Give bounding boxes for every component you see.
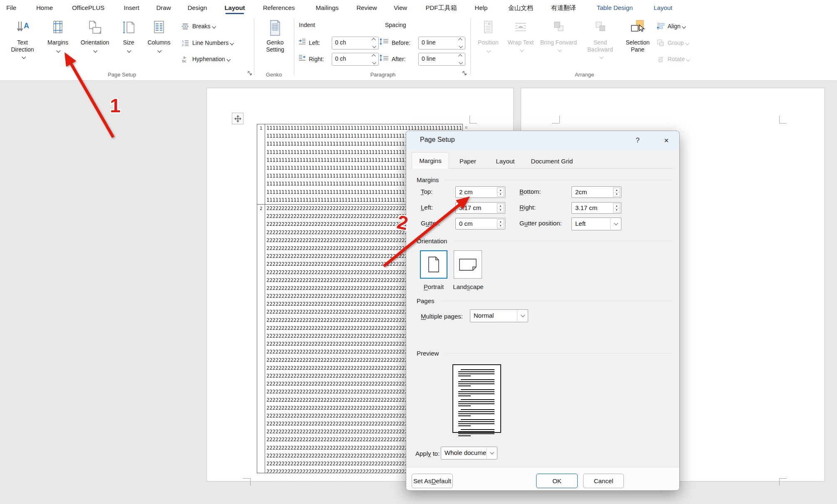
menu-tab-layout[interactable]: Layout: [224, 0, 245, 16]
spacing-after-spinner[interactable]: [458, 54, 463, 64]
landscape-button[interactable]: [454, 250, 482, 279]
bottom-margin-input[interactable]: 2cm ▲▼: [571, 186, 621, 198]
preview-line: [461, 369, 494, 370]
preview-line: [461, 379, 494, 380]
genko-setting-button[interactable]: Genko Setting: [259, 17, 291, 64]
close-icon[interactable]: ×: [660, 134, 673, 147]
gutter-input[interactable]: 0 cm ▲▼: [455, 218, 505, 230]
hyphenation-button[interactable]: a- bc Hyphenation: [181, 54, 230, 64]
spacing-before-input[interactable]: 0 line: [418, 37, 465, 49]
portrait-button[interactable]: [420, 250, 447, 279]
hyphenation-icon: a- bc: [181, 55, 189, 66]
menu-tab-view[interactable]: View: [394, 0, 407, 16]
tab-margins[interactable]: Margins: [412, 152, 449, 169]
line-numbers-button[interactable]: 1 2 Line Numbers: [181, 37, 233, 48]
indent-left-input[interactable]: 0 ch: [332, 37, 379, 49]
menu-tab-table-design[interactable]: Table Design: [597, 0, 633, 16]
align-button[interactable]: Align: [657, 21, 685, 32]
spin-down-icon: ▼: [497, 193, 504, 197]
tab-layout[interactable]: Layout: [487, 153, 524, 168]
margin-crop-mark: [779, 478, 787, 479]
top-margin-input[interactable]: 2 cm ▲▼: [455, 186, 505, 198]
margins-button[interactable]: Margins: [42, 17, 74, 64]
preview-line: [458, 435, 471, 436]
spacing-after-label: After:: [392, 56, 405, 62]
spacing-before-icon: [379, 37, 389, 47]
indent-left-label: Left:: [309, 40, 320, 46]
menu-tab-review[interactable]: Review: [356, 0, 377, 16]
preview-line: [461, 399, 494, 400]
help-icon[interactable]: ?: [631, 134, 644, 147]
spacing-before-spinner[interactable]: [458, 38, 463, 48]
indent-right-input[interactable]: 0 ch: [332, 53, 379, 66]
send-backward-button: Send Backward: [580, 17, 620, 64]
genko-group-label: Genko: [258, 72, 290, 78]
top-margin-spinner[interactable]: ▲▼: [497, 188, 504, 197]
spin-down-icon: ▼: [613, 193, 620, 197]
apply-to-label: Apply to:: [415, 450, 440, 457]
wrap-text-button: Wrap Text: [504, 17, 537, 64]
preview-line: [458, 433, 494, 434]
apply-to-dropdown[interactable]: Whole document: [441, 447, 497, 460]
cancel-button[interactable]: Cancel: [583, 474, 624, 488]
menu-tab-file[interactable]: File: [6, 0, 16, 16]
chevron-down-icon: [610, 218, 621, 230]
left-margin-input[interactable]: 3.17 cm ▲▼: [455, 202, 505, 214]
paragraph-dialog-launcher[interactable]: [462, 71, 468, 77]
spin-up-icon: ▲: [497, 188, 504, 193]
size-button[interactable]: Size: [117, 17, 140, 64]
menu-tab-design[interactable]: Design: [188, 0, 207, 16]
svg-text:1: 1: [182, 40, 184, 43]
menu-tab-officeplus[interactable]: OfficePLUS: [72, 0, 104, 16]
text-direction-button[interactable]: A Text Direction: [6, 17, 39, 64]
right-margin-spinner[interactable]: ▲▼: [613, 203, 620, 212]
chevron-down-icon: [517, 310, 527, 321]
table-move-handle[interactable]: [232, 113, 243, 124]
tab-paper[interactable]: Paper: [449, 153, 487, 168]
preview-line: [458, 376, 471, 376]
indent-left-spinner[interactable]: [372, 38, 376, 48]
tab-document-grid[interactable]: Document Grid: [524, 153, 580, 168]
preview-paragraph: [458, 399, 494, 406]
menu-tab-draw[interactable]: Draw: [156, 0, 171, 16]
spin-up-icon: ▲: [613, 204, 620, 208]
margin-crop-mark: [779, 123, 787, 124]
spin-down-icon: ▼: [497, 224, 504, 228]
indent-right-spinner[interactable]: [372, 54, 376, 64]
page-setup-dialog-launcher[interactable]: [247, 71, 253, 77]
ribbon-layout-tab: A Text Direction Margins Ori: [0, 16, 837, 81]
menu-tab-home[interactable]: Home: [36, 0, 53, 16]
preview-line: [458, 401, 494, 402]
left-margin-spinner[interactable]: ▲▼: [497, 203, 504, 212]
right-margin-input[interactable]: 3.17 cm ▲▼: [571, 202, 621, 214]
preview-paragraph: [458, 369, 494, 376]
set-as-default-button[interactable]: Set As Default: [412, 474, 453, 488]
menu-tab-help[interactable]: Help: [475, 0, 488, 16]
menu-tab-layout[interactable]: Layout: [653, 0, 672, 16]
menu-tab-pdf工具箱[interactable]: PDF工具箱: [426, 0, 457, 16]
breaks-button[interactable]: Breaks: [181, 21, 215, 32]
gutter-position-dropdown[interactable]: Left: [571, 217, 621, 230]
dialog-title-bar[interactable]: Page Setup ? ×: [406, 131, 679, 150]
left-margin-label: Left:: [421, 204, 433, 211]
preview-line: [458, 431, 494, 432]
selection-pane-button[interactable]: Selection Pane: [623, 17, 653, 64]
bottom-margin-spinner[interactable]: ▲▼: [613, 188, 620, 197]
gutter-spinner[interactable]: ▲▼: [497, 219, 504, 228]
spacing-after-input[interactable]: 0 line: [418, 53, 465, 66]
columns-button[interactable]: Columns: [143, 17, 175, 64]
size-icon: [117, 19, 140, 37]
section-rule: [445, 353, 673, 353]
ok-button[interactable]: OK: [536, 474, 578, 488]
menu-tab-有道翻译[interactable]: 有道翻译: [551, 0, 576, 16]
multiple-pages-dropdown[interactable]: Normal: [470, 309, 528, 322]
svg-text:bc: bc: [182, 59, 186, 63]
menu-tab-金山文档[interactable]: 金山文档: [508, 0, 533, 16]
row-number-cell: 2: [257, 205, 265, 473]
orientation-button[interactable]: Orientation: [77, 17, 113, 64]
align-icon: [657, 22, 665, 33]
menu-tab-mailings[interactable]: Mailings: [315, 0, 338, 16]
selection-pane-icon: [623, 19, 653, 37]
menu-tab-insert[interactable]: Insert: [124, 0, 139, 16]
menu-tab-references[interactable]: References: [263, 0, 295, 16]
